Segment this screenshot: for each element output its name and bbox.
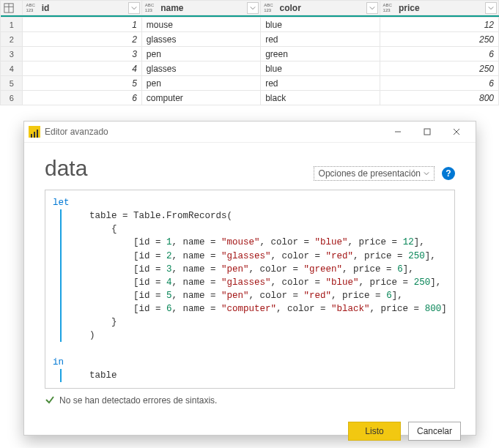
cell-name[interactable]: mouse	[141, 18, 260, 32]
type-any-icon	[145, 3, 158, 13]
cell-color[interactable]: green	[261, 47, 380, 61]
table-row[interactable]: 55penred6	[1, 76, 499, 91]
cell-name[interactable]: glasses	[141, 32, 260, 47]
check-icon	[45, 395, 55, 407]
table-row[interactable]: 22glassesred250	[1, 32, 499, 47]
cell-id[interactable]: 5	[23, 76, 141, 91]
row-number[interactable]: 4	[1, 61, 23, 76]
type-any-icon	[26, 3, 39, 13]
column-label: price	[399, 3, 420, 13]
display-options-label: Opciones de presentación	[319, 168, 421, 179]
cell-id[interactable]: 1	[23, 18, 141, 32]
cancel-button[interactable]: Cancelar	[408, 422, 461, 441]
table-row[interactable]: 11mouseblue12	[1, 18, 499, 32]
code-editor[interactable]: let table = Table.FromRecords( { [id = 1…	[45, 190, 455, 389]
status-text: No se han detectado errores de sintaxis.	[59, 395, 217, 406]
cell-color[interactable]: black	[261, 91, 380, 105]
display-options-dropdown[interactable]: Opciones de presentación	[314, 166, 435, 181]
table-corner[interactable]	[1, 1, 23, 15]
column-filter-button[interactable]	[128, 2, 140, 14]
row-number[interactable]: 2	[1, 32, 23, 47]
table-row[interactable]: 66computerblack800	[1, 91, 499, 105]
type-any-icon	[264, 3, 277, 13]
close-button[interactable]	[442, 122, 471, 142]
help-icon[interactable]: ?	[442, 167, 455, 180]
minimize-button[interactable]	[383, 122, 413, 142]
cell-price[interactable]: 12	[380, 18, 498, 32]
done-button[interactable]: Listo	[348, 422, 401, 441]
cell-price[interactable]: 800	[380, 91, 498, 105]
column-header-color[interactable]: color	[261, 1, 380, 15]
table-row[interactable]: 44glassesblue250	[1, 61, 499, 76]
cell-name[interactable]: pen	[141, 47, 260, 61]
dialog-titlebar[interactable]: Editor avanzado	[24, 122, 476, 143]
syntax-status: No se han detectado errores de sintaxis.	[45, 395, 455, 407]
data-grid[interactable]: id name color price 11mouseblue1222glass…	[0, 0, 499, 105]
row-number[interactable]: 1	[1, 18, 23, 32]
row-number[interactable]: 3	[1, 47, 23, 61]
cell-price[interactable]: 250	[380, 32, 498, 47]
query-name: data	[45, 156, 87, 181]
column-label: color	[280, 3, 301, 13]
svg-rect-4	[424, 129, 430, 135]
column-filter-button[interactable]	[366, 2, 378, 14]
column-label: name	[160, 3, 183, 13]
type-any-icon	[383, 3, 396, 13]
cell-name[interactable]: glasses	[141, 61, 260, 76]
cell-price[interactable]: 6	[380, 47, 498, 61]
table-icon	[4, 3, 14, 13]
cell-price[interactable]: 6	[380, 76, 498, 91]
column-label: id	[42, 3, 50, 13]
maximize-button[interactable]	[413, 122, 442, 142]
row-number[interactable]: 5	[1, 76, 23, 91]
row-number[interactable]: 6	[1, 91, 23, 105]
chevron-down-icon	[424, 171, 429, 176]
column-filter-button[interactable]	[247, 2, 259, 14]
cell-color[interactable]: blue	[261, 18, 380, 32]
cell-id[interactable]: 4	[23, 61, 141, 76]
cell-id[interactable]: 2	[23, 32, 141, 47]
column-header-name[interactable]: name	[141, 1, 260, 15]
column-header-price[interactable]: price	[380, 1, 498, 15]
cell-id[interactable]: 3	[23, 47, 141, 61]
cell-name[interactable]: pen	[141, 76, 260, 91]
cell-id[interactable]: 6	[23, 91, 141, 105]
advanced-editor-dialog: Editor avanzado data Opciones de present…	[23, 121, 476, 436]
dialog-title: Editor avanzado	[45, 127, 108, 137]
cell-color[interactable]: red	[261, 32, 380, 47]
cell-color[interactable]: red	[261, 76, 380, 91]
table-row[interactable]: 33pengreen6	[1, 47, 499, 61]
cell-price[interactable]: 250	[380, 61, 498, 76]
column-filter-button[interactable]	[485, 2, 497, 14]
cell-color[interactable]: blue	[261, 61, 380, 76]
powerbi-icon	[29, 126, 40, 138]
column-header-id[interactable]: id	[23, 1, 141, 15]
cell-name[interactable]: computer	[141, 91, 260, 105]
